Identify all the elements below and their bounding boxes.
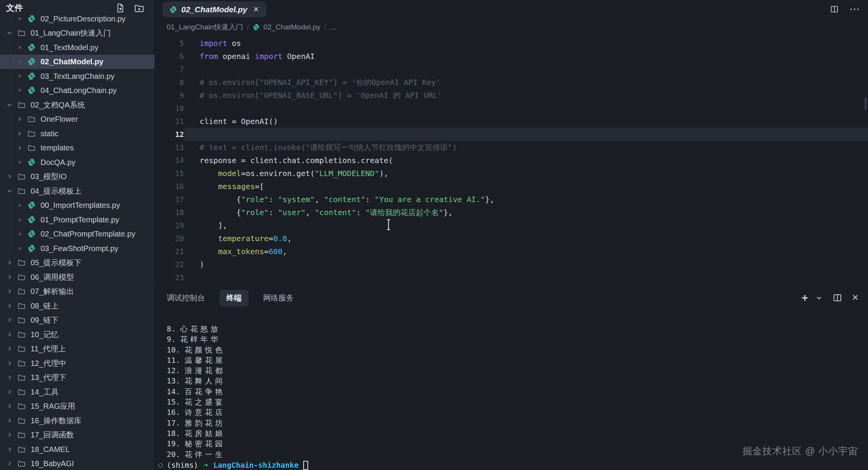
code-editor[interactable]: 5import os6from openai import OpenAI78# … <box>155 37 868 285</box>
terminal-prompt[interactable]: (shims) ➜ LangChain-shizhanke <box>167 460 860 470</box>
tree-folder-item[interactable]: 13_代理下 <box>0 370 154 385</box>
code-line: 14response = client.chat.completions.cre… <box>155 154 868 167</box>
tree-folder-item[interactable]: 14_工具 <box>0 385 154 399</box>
chevron-right-icon[interactable] <box>7 447 12 452</box>
python-icon <box>28 215 36 224</box>
chevron-right-icon[interactable] <box>7 403 12 409</box>
chevron-right-icon[interactable] <box>7 375 12 380</box>
tree-folder-item[interactable]: 16_操作数据库 <box>0 413 154 428</box>
terminal-line: 18. 花房姑娘 <box>167 428 860 439</box>
line-number: 6 <box>155 50 184 63</box>
panel-tab-inactive[interactable]: 调试控制台 <box>167 293 205 303</box>
close-panel-icon[interactable]: ✕ <box>852 293 859 303</box>
tree-item-label: 13_代理下 <box>31 372 66 383</box>
line-number: 19 <box>155 219 184 232</box>
tab-close-icon[interactable]: ✕ <box>253 5 259 14</box>
chevron-right-icon[interactable] <box>7 361 12 366</box>
tree-file-item[interactable]: 02_ChatModel.py <box>0 55 154 69</box>
tree-item-label: 16_操作数据库 <box>31 415 81 426</box>
tree-folder-item[interactable]: 09_链下 <box>0 313 154 328</box>
tree-folder-item[interactable]: 08_链上 <box>0 299 154 313</box>
code-line-content: {"role": "user", "content": "请给我的花店起个名"}… <box>184 206 868 219</box>
tree-folder-item[interactable]: 07_解析输出 <box>0 284 154 299</box>
breadcrumb: 01_LangChain快速入门 / 02_ChatModel.py / ... <box>167 20 868 35</box>
new-folder-icon[interactable] <box>134 3 145 13</box>
chevron-right-icon[interactable] <box>17 131 22 136</box>
tree-folder-item[interactable]: 12_代理中 <box>0 356 154 370</box>
chevron-down-icon[interactable] <box>7 30 12 36</box>
chevron-down-icon[interactable] <box>816 295 822 301</box>
tree-file-item[interactable]: 01_TextModel.py <box>0 40 154 55</box>
tree-folder-item[interactable]: 04_提示模板上 <box>0 184 154 198</box>
chevron-right-icon[interactable] <box>7 174 12 179</box>
tree-folder-item[interactable]: 01_LangChain快速入门 <box>0 26 154 41</box>
tree-file-item[interactable]: 03_FewShotPrompt.py <box>0 241 154 256</box>
tree-file-item[interactable]: 03_TextLangChain.py <box>0 69 154 83</box>
chevron-right-icon[interactable] <box>7 332 12 337</box>
tree-folder-item[interactable]: OneFlower <box>0 112 154 127</box>
tree-file-item[interactable]: DocQA.py <box>0 155 154 170</box>
code-line-content <box>184 128 868 141</box>
tab-bar: 02_ChatModel.py ✕ ⋯ <box>155 0 868 18</box>
tree-folder-item[interactable]: 03_模型IO <box>0 170 154 184</box>
folder-icon <box>28 144 36 152</box>
breadcrumb-more[interactable]: ... <box>330 23 336 31</box>
chevron-right-icon[interactable] <box>7 389 12 395</box>
tab-label: 02_ChatModel.py <box>181 5 247 14</box>
chevron-right-icon[interactable] <box>17 145 22 150</box>
tree-folder-item[interactable]: 19_BabyAGI <box>0 457 154 470</box>
tree-folder-item[interactable]: 06_调用模型 <box>0 270 154 284</box>
editor-scrollbar[interactable] <box>865 98 867 110</box>
more-actions-icon[interactable]: ⋯ <box>850 5 860 14</box>
tree-item-label: 12_代理中 <box>31 358 66 368</box>
split-panel-icon[interactable] <box>833 293 842 302</box>
tree-folder-item[interactable]: templates <box>0 141 154 155</box>
prompt-venv: (shims) <box>167 460 198 470</box>
chevron-right-icon[interactable] <box>7 461 12 466</box>
line-number: 20 <box>155 232 184 245</box>
chevron-right-icon[interactable] <box>7 303 12 308</box>
tree-folder-item[interactable]: 11_代理上 <box>0 342 154 356</box>
chevron-right-icon[interactable] <box>17 116 22 122</box>
chevron-right-icon[interactable] <box>7 418 12 423</box>
tree-folder-item[interactable]: 17_回调函数 <box>0 428 154 442</box>
new-terminal-icon[interactable]: + <box>801 291 808 304</box>
line-number: 18 <box>155 206 184 219</box>
chevron-right-icon[interactable] <box>7 432 12 437</box>
chevron-down-icon[interactable] <box>7 188 12 194</box>
tree-folder-item[interactable]: 05_提示模板下 <box>0 256 154 270</box>
chevron-right-icon[interactable] <box>7 346 12 351</box>
tree-folder-item[interactable]: static <box>0 126 154 141</box>
chevron-right-icon[interactable] <box>7 317 12 323</box>
breadcrumb-file[interactable]: 02_ChatModel.py <box>263 23 320 31</box>
chevron-right-icon[interactable] <box>7 260 12 265</box>
code-line-content: model=os.environ.get("LLM_MODELEND"), <box>184 167 868 180</box>
breadcrumb-folder[interactable]: 01_LangChain快速入门 <box>167 22 243 32</box>
tree-file-item[interactable]: 00_ImportTemplates.py <box>0 198 154 213</box>
panel-tab-active[interactable]: 终端 <box>219 290 249 306</box>
panel-tab-inactive[interactable]: 网络服务 <box>263 293 294 303</box>
code-line-content: messages=[ <box>184 180 868 193</box>
tree-file-item[interactable]: 02_ChatPromptTemplate.py <box>0 227 154 242</box>
editor-area: 02_ChatModel.py ✕ ⋯ 01_LangChain快速入门 / 0… <box>155 0 868 285</box>
folder-icon <box>18 345 26 353</box>
tab-chatmodel[interactable]: 02_ChatModel.py ✕ <box>163 2 266 17</box>
tree-folder-item[interactable]: 15_RAG应用 <box>0 399 154 414</box>
terminal-line: 11. 温馨花屋 <box>167 355 860 366</box>
indent-guide <box>10 112 11 170</box>
chevron-right-icon[interactable] <box>7 289 12 294</box>
tree-folder-item[interactable]: 10_记忆 <box>0 327 154 342</box>
code-line: 12 <box>155 128 868 141</box>
tree-file-item[interactable]: 04_ChatLongChain.py <box>0 83 154 98</box>
chevron-right-icon[interactable] <box>7 274 12 280</box>
code-line-content: client = OpenAI() <box>184 115 868 128</box>
tree-folder-item[interactable]: 02_文档QA系统 <box>0 98 154 112</box>
chevron-down-icon[interactable] <box>7 102 12 108</box>
new-file-icon[interactable] <box>115 3 125 13</box>
tree-item-label: 04_ChatLongChain.py <box>41 86 117 95</box>
tree-folder-item[interactable]: 18_CAMEL <box>0 442 154 457</box>
folder-icon <box>28 129 36 137</box>
folder-icon <box>18 187 26 195</box>
tree-file-item[interactable]: 01_PromptTemplate.py <box>0 212 154 227</box>
split-editor-icon[interactable] <box>830 5 839 14</box>
